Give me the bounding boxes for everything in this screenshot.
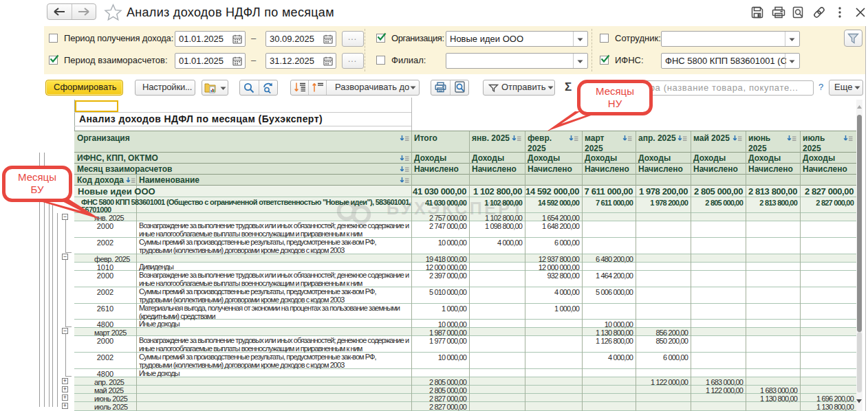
- svg-text:НУ: НУ: [608, 98, 622, 109]
- svg-text:БУ: БУ: [30, 184, 43, 195]
- svg-text:Месяцы: Месяцы: [18, 171, 56, 183]
- svg-text:Месяцы: Месяцы: [596, 85, 634, 97]
